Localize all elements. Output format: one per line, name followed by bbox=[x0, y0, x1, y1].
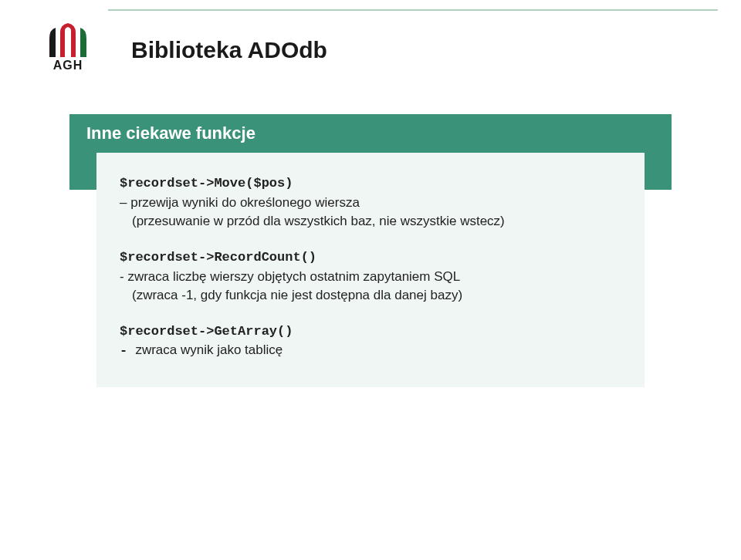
block-getarray: $recordset->GetArray() - zwraca wynik ja… bbox=[120, 322, 621, 361]
subtitle: Inne ciekawe funkcje bbox=[86, 123, 655, 143]
code-recordcount: $recordset->RecordCount() bbox=[120, 248, 621, 268]
agh-logo-text: AGH bbox=[45, 59, 91, 73]
block-move: $recordset->Move($pos) – przewija wyniki… bbox=[120, 174, 621, 231]
desc-recordcount-1: - zwraca liczbę wierszy objętych ostatni… bbox=[120, 268, 621, 287]
desc-move-2: (przesuwanie w przód dla wszystkich baz,… bbox=[120, 212, 621, 231]
code-move: $recordset->Move($pos) bbox=[120, 174, 621, 194]
code-getarray: $recordset->GetArray() bbox=[120, 322, 621, 342]
block-recordcount: $recordset->RecordCount() - zwraca liczb… bbox=[120, 248, 621, 305]
content-box: $recordset->Move($pos) – przewija wyniki… bbox=[96, 153, 645, 387]
page-title: Biblioteka ADOdb bbox=[131, 37, 327, 63]
desc-getarray-text: zwraca wynik jako tablicę bbox=[135, 342, 283, 357]
desc-getarray: - zwraca wynik jako tablicę bbox=[120, 341, 621, 361]
agh-logo: AGH bbox=[45, 23, 91, 73]
desc-move-1: – przewija wyniki do określonego wiersza bbox=[120, 194, 621, 213]
agh-logo-icon bbox=[45, 23, 91, 57]
dash-bold: - bbox=[120, 343, 135, 358]
desc-recordcount-2: (zwraca -1, gdy funkcja nie jest dostępn… bbox=[120, 286, 621, 305]
top-rule bbox=[108, 9, 718, 11]
